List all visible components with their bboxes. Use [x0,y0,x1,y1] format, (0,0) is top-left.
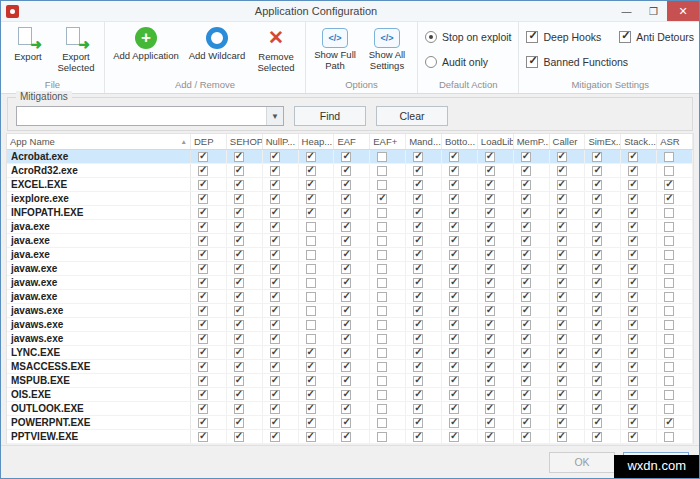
radio-icon[interactable] [425,56,437,68]
mitigation-checkbox[interactable] [592,362,602,372]
mitigation-checkbox[interactable] [306,390,316,400]
column-header[interactable]: Botto... [442,134,478,149]
mitigation-checkbox[interactable] [592,222,602,232]
mitigation-checkbox[interactable] [198,208,208,218]
mitigation-checkbox[interactable] [485,306,495,316]
anti-detours-checkbox[interactable]: Anti Detours [619,31,694,43]
mitigation-checkbox[interactable] [664,264,674,274]
mitigation-checkbox[interactable] [270,390,280,400]
mitigation-checkbox[interactable] [449,404,459,414]
table-row[interactable]: OUTLOOK.EXE [7,402,693,416]
mitigation-checkbox[interactable] [234,222,244,232]
mitigation-checkbox[interactable] [234,264,244,274]
mitigation-checkbox[interactable] [449,390,459,400]
mitigation-checkbox[interactable] [628,376,638,386]
mitigation-checkbox[interactable] [341,404,351,414]
mitigation-checkbox[interactable] [306,292,316,302]
mitigation-checkbox[interactable] [521,362,531,372]
mitigation-checkbox[interactable] [270,194,280,204]
mitigation-checkbox[interactable] [198,278,208,288]
table-row[interactable]: AcroRd32.exe [7,164,693,178]
mitigation-checkbox[interactable] [413,222,423,232]
mitigation-checkbox[interactable] [485,418,495,428]
mitigation-checkbox[interactable] [557,222,567,232]
mitigation-checkbox[interactable] [377,250,387,260]
deep-hooks-checkbox[interactable]: Deep Hooks [526,31,601,43]
mitigation-checkbox[interactable] [485,362,495,372]
mitigation-checkbox[interactable] [664,376,674,386]
mitigation-checkbox[interactable] [270,152,280,162]
mitigation-checkbox[interactable] [377,320,387,330]
mitigation-checkbox[interactable] [628,334,638,344]
mitigation-checkbox[interactable] [592,320,602,330]
mitigation-checkbox[interactable] [521,432,531,442]
mitigation-checkbox[interactable] [628,390,638,400]
mitigation-checkbox[interactable] [198,306,208,316]
mitigation-checkbox[interactable] [592,376,602,386]
mitigation-checkbox[interactable] [413,208,423,218]
mitigation-checkbox[interactable] [449,362,459,372]
mitigation-checkbox[interactable] [628,222,638,232]
mitigation-checkbox[interactable] [270,306,280,316]
mitigation-checkbox[interactable] [592,236,602,246]
mitigation-checkbox[interactable] [628,264,638,274]
mitigation-checkbox[interactable] [413,306,423,316]
mitigation-checkbox[interactable] [485,376,495,386]
mitigation-checkbox[interactable] [485,236,495,246]
table-row[interactable]: Acrobat.exe [7,150,693,164]
mitigation-filter-combobox[interactable]: ▼ [16,106,284,126]
mitigation-checkbox[interactable] [413,250,423,260]
mitigation-checkbox[interactable] [557,250,567,260]
mitigation-checkbox[interactable] [485,250,495,260]
column-header[interactable]: EAF+ [370,134,406,149]
mitigation-checkbox[interactable] [234,362,244,372]
mitigation-checkbox[interactable] [413,432,423,442]
mitigation-checkbox[interactable] [485,390,495,400]
mitigation-checkbox[interactable] [198,320,208,330]
mitigation-checkbox[interactable] [557,432,567,442]
mitigation-checkbox[interactable] [413,390,423,400]
mitigation-checkbox[interactable] [377,376,387,386]
mitigation-checkbox[interactable] [557,194,567,204]
mitigation-checkbox[interactable] [198,390,208,400]
column-header[interactable]: DEP [191,134,227,149]
mitigation-checkbox[interactable] [306,334,316,344]
mitigation-checkbox[interactable] [592,180,602,190]
mitigation-checkbox[interactable] [306,362,316,372]
mitigation-checkbox[interactable] [449,320,459,330]
mitigation-checkbox[interactable] [198,418,208,428]
table-row[interactable]: javaws.exe [7,304,693,318]
mitigation-checkbox[interactable] [377,348,387,358]
mitigation-checkbox[interactable] [234,250,244,260]
mitigation-checkbox[interactable] [485,334,495,344]
mitigation-checkbox[interactable] [234,348,244,358]
mitigation-checkbox[interactable] [664,166,674,176]
mitigation-checkbox[interactable] [306,208,316,218]
mitigation-checkbox[interactable] [449,376,459,386]
mitigation-checkbox[interactable] [413,362,423,372]
banned-functions-checkbox[interactable]: Banned Functions [526,56,628,68]
mitigation-checkbox[interactable] [592,292,602,302]
table-row[interactable]: PPTVIEW.EXE [7,430,693,444]
column-header[interactable]: App Name▲ [7,134,191,149]
mitigation-checkbox[interactable] [521,208,531,218]
mitigation-checkbox[interactable] [341,222,351,232]
mitigation-checkbox[interactable] [198,194,208,204]
mitigation-checkbox[interactable] [270,250,280,260]
mitigation-checkbox[interactable] [449,264,459,274]
mitigation-checkbox[interactable] [270,320,280,330]
mitigation-checkbox[interactable] [413,292,423,302]
checkbox-icon[interactable] [526,56,538,68]
mitigation-checkbox[interactable] [198,334,208,344]
mitigation-checkbox[interactable] [306,376,316,386]
mitigation-checkbox[interactable] [521,152,531,162]
column-header[interactable]: NullP... [263,134,299,149]
mitigation-checkbox[interactable] [341,306,351,316]
mitigation-checkbox[interactable] [521,348,531,358]
mitigation-checkbox[interactable] [377,432,387,442]
mitigation-checkbox[interactable] [234,194,244,204]
mitigation-checkbox[interactable] [413,418,423,428]
mitigation-checkbox[interactable] [592,264,602,274]
mitigation-checkbox[interactable] [341,208,351,218]
mitigation-checkbox[interactable] [377,180,387,190]
